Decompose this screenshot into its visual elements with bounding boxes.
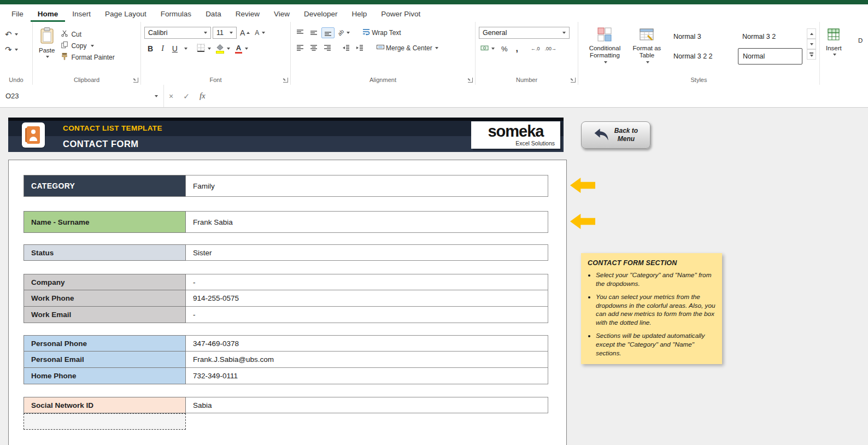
- font-color-icon: A: [235, 44, 242, 54]
- name-surname-label-cell[interactable]: Name - Surname: [24, 211, 186, 233]
- font-color-button[interactable]: A: [233, 43, 250, 55]
- number-group-label: Number: [476, 77, 578, 83]
- redo-button[interactable]: ↷: [3, 44, 20, 56]
- work-email-value-cell[interactable]: -: [186, 307, 548, 323]
- new-metric-cell[interactable]: [24, 413, 186, 430]
- form-row-work-email: Work Email -: [24, 307, 548, 323]
- paste-button[interactable]: Paste: [36, 25, 57, 63]
- menu-tab-developer[interactable]: Developer: [297, 7, 345, 22]
- align-top-button[interactable]: [294, 28, 306, 38]
- comma-style-button[interactable]: ,: [513, 43, 521, 55]
- name-surname-value-cell[interactable]: Frank Sabia: [186, 211, 548, 233]
- back-to-menu-button[interactable]: Back toMenu: [581, 121, 650, 149]
- borders-button[interactable]: [195, 43, 213, 55]
- work-email-label-cell[interactable]: Work Email: [24, 307, 186, 323]
- category-value-cell[interactable]: Family: [186, 175, 548, 197]
- align-middle-button[interactable]: [308, 28, 320, 38]
- conditional-formatting-button[interactable]: Conditional Formatting: [582, 25, 628, 66]
- increase-indent-button[interactable]: [354, 43, 366, 53]
- social-network-value-cell[interactable]: Sabia: [186, 397, 548, 413]
- menu-tab-view[interactable]: View: [267, 7, 297, 22]
- back-button-label-2: Menu: [618, 135, 635, 143]
- cell-style-normal-3[interactable]: Normal 3: [669, 28, 734, 45]
- menu-tab-data[interactable]: Data: [198, 7, 228, 22]
- font-name-select[interactable]: Calibri: [144, 27, 211, 39]
- percent-style-button[interactable]: %: [498, 44, 511, 54]
- personal-email-value-cell[interactable]: Frank.J.Sabia@ubs.com: [186, 352, 548, 368]
- formula-input[interactable]: [210, 85, 868, 107]
- menu-tab-file[interactable]: File: [4, 7, 31, 22]
- bold-button[interactable]: B: [144, 43, 156, 54]
- italic-button[interactable]: I: [158, 43, 167, 54]
- styles-more-button[interactable]: [807, 49, 816, 60]
- merge-center-button[interactable]: Merge & Center: [374, 42, 440, 54]
- arrow-left-icon: [570, 178, 595, 193]
- company-value-cell[interactable]: -: [186, 274, 548, 290]
- cell-style-normal[interactable]: Normal: [738, 48, 802, 65]
- font-group-label: Font: [141, 77, 290, 83]
- personal-phone-label-cell[interactable]: Personal Phone: [24, 335, 186, 352]
- align-center-button[interactable]: [308, 43, 320, 53]
- form-row-category: CATEGORY Family: [24, 175, 548, 197]
- align-right-button[interactable]: [321, 43, 333, 53]
- align-left-button[interactable]: [294, 43, 306, 53]
- undo-button[interactable]: ↶: [3, 28, 20, 40]
- styles-scroll-down-button[interactable]: [807, 39, 816, 49]
- format-as-table-icon: [640, 27, 654, 43]
- fill-color-button[interactable]: [214, 43, 232, 55]
- copy-button[interactable]: Copy: [60, 40, 95, 51]
- align-bottom-button[interactable]: [321, 27, 335, 38]
- status-label-cell[interactable]: Status: [24, 244, 186, 261]
- insert-cells-button[interactable]: Insert: [823, 25, 844, 58]
- ribbon-group-font: Calibri 11 A A B I U: [141, 22, 291, 85]
- format-as-table-button[interactable]: Format as Table: [628, 25, 666, 66]
- ribbon-group-undo: ↶ ↷ Undo: [0, 22, 33, 85]
- work-phone-label-cell[interactable]: Work Phone: [24, 290, 186, 307]
- orientation-button[interactable]: ab: [336, 28, 351, 37]
- wrap-text-button[interactable]: Wrap Text: [360, 27, 403, 38]
- menu-tab-insert[interactable]: Insert: [65, 7, 98, 22]
- name-box[interactable]: O23: [0, 85, 164, 107]
- decrease-indent-button[interactable]: [340, 43, 352, 53]
- accounting-icon: [480, 44, 489, 53]
- menu-tab-page-layout[interactable]: Page Layout: [98, 7, 154, 22]
- copy-icon: [61, 41, 68, 50]
- cancel-button[interactable]: ×: [164, 92, 178, 101]
- grow-font-button[interactable]: A: [238, 27, 251, 38]
- cell-style-normal-3-2-2[interactable]: Normal 3 2 2: [669, 48, 734, 65]
- category-label-cell[interactable]: CATEGORY: [24, 175, 186, 197]
- menu-tab-review[interactable]: Review: [228, 7, 267, 22]
- social-network-label-cell[interactable]: Social Network ID: [24, 397, 186, 413]
- number-format-select[interactable]: General: [479, 27, 570, 39]
- company-label-cell[interactable]: Company: [24, 274, 186, 290]
- menu-tab-help[interactable]: Help: [345, 7, 374, 22]
- form-row-personal-phone: Personal Phone 347-469-0378: [24, 335, 548, 352]
- menu-tab-formulas[interactable]: Formulas: [154, 7, 198, 22]
- shrink-font-button[interactable]: A: [253, 28, 267, 38]
- increase-decimal-button[interactable]: ←.0: [529, 45, 542, 52]
- home-phone-value-cell[interactable]: 732-349-0111: [186, 368, 548, 384]
- cell-style-normal-3-2[interactable]: Normal 3 2: [738, 28, 802, 45]
- home-phone-label-cell[interactable]: Home Phone: [24, 368, 186, 384]
- someka-logo: someka Excel Solutions: [471, 121, 560, 149]
- arrow-left-icon: [570, 214, 595, 229]
- insert-function-button[interactable]: fx: [195, 91, 210, 101]
- personal-email-label-cell[interactable]: Personal Email: [24, 352, 186, 368]
- status-value-cell[interactable]: Sister: [186, 244, 548, 261]
- work-phone-value-cell[interactable]: 914-255-0575: [186, 290, 548, 307]
- menu-tab-home[interactable]: Home: [31, 7, 66, 22]
- template-header-band: CONTACT LIST TEMPLATE CONTACT FORM somek…: [8, 118, 564, 152]
- underline-button[interactable]: U: [169, 43, 181, 54]
- styles-scroll-up-button[interactable]: [807, 28, 816, 39]
- alignment-group-label: Alignment: [291, 77, 475, 83]
- shrink-font-icon: A: [255, 29, 259, 37]
- decrease-decimal-button[interactable]: .00→: [543, 45, 559, 52]
- format-painter-button[interactable]: Format Painter: [60, 51, 115, 63]
- menu-tab-power-pivot[interactable]: Power Pivot: [374, 7, 427, 22]
- personal-phone-value-cell[interactable]: 347-469-0378: [186, 335, 548, 352]
- cut-button[interactable]: Cut: [60, 28, 83, 40]
- font-size-select[interactable]: 11: [213, 27, 237, 39]
- form-row-company: Company -: [24, 274, 548, 290]
- enter-button[interactable]: ✓: [178, 92, 195, 101]
- accounting-format-button[interactable]: [479, 43, 496, 54]
